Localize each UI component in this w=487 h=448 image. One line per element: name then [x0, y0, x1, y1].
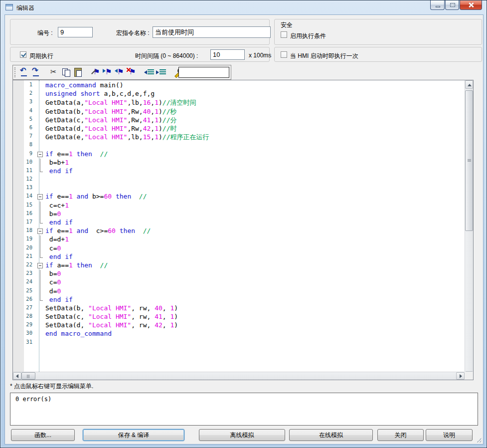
enable-condition-checkbox[interactable] [281, 31, 287, 38]
help-button[interactable]: 说明 [426, 429, 473, 441]
run-on-startup-label: 当 HMI 启动时即执行一次 [290, 52, 358, 60]
collapse-icon[interactable] [37, 263, 43, 268]
code-line[interactable]: 12 [13, 176, 465, 184]
line-number: 6 [13, 124, 36, 133]
horizontal-scroll-thumb[interactable] [21, 372, 35, 380]
toolbar-icons [18, 66, 186, 78]
code-line[interactable]: 19 d=d+1 [13, 235, 465, 244]
code-line[interactable]: 3GetData(a,"Local HMI",lb,16,1)//清空时间 [13, 98, 465, 107]
code-line[interactable]: 13 [13, 184, 465, 193]
code-line[interactable]: 6GetData(d,"Local HMI",Rw,42,1)//时 [13, 124, 465, 133]
line-number: 20 [13, 244, 36, 253]
scroll-left-button[interactable] [13, 372, 21, 380]
macro-id-input[interactable] [58, 27, 93, 37]
maximize-button[interactable] [445, 0, 459, 10]
line-number: 11 [13, 167, 36, 176]
code-line[interactable]: 18if e==1 and c>=60 then // [13, 227, 465, 235]
close-button[interactable]: 关闭 [377, 429, 424, 441]
code-line[interactable]: 16 b=0 [13, 210, 465, 219]
interval-input[interactable] [210, 49, 245, 60]
fold-guide [36, 321, 44, 330]
code-text: GetData(b,"Local HMI",Rw,40,1)//秒 [45, 107, 176, 116]
offline-sim-button[interactable]: 离线模拟 [199, 429, 285, 441]
fold-toggle[interactable] [36, 193, 44, 201]
line-number: 21 [13, 253, 36, 261]
vertical-scroll-thumb[interactable] [465, 90, 473, 231]
code-line[interactable]: 7GetData(e,"Local HMI",lb,15,1)//程序正在运行 [13, 133, 465, 141]
code-line[interactable]: 24 c=0 [13, 278, 465, 287]
code-text: d=0 [45, 287, 61, 296]
code-line[interactable]: 25 d=0 [13, 287, 465, 296]
fold-guide [36, 235, 44, 244]
code-line[interactable]: 17 end if [13, 219, 465, 227]
editor-toolbar [12, 65, 231, 80]
code-line[interactable]: 23 b=0 [13, 270, 465, 278]
code-line[interactable]: 21 end if [13, 253, 465, 261]
code-text: unsigned short a,b,c,d,e,f,g [45, 90, 155, 98]
code-line[interactable]: 1macro_command main() [13, 81, 465, 90]
horizontal-scrollbar[interactable] [13, 372, 465, 380]
periodic-checkbox[interactable] [20, 51, 26, 58]
code-line[interactable]: 5GetData(c,"Local HMI",Rw,41,1)//分 [13, 116, 465, 124]
fold-toggle[interactable] [36, 150, 44, 159]
fold-toggle[interactable] [36, 261, 44, 270]
code-line[interactable]: 22if a==1 then // [13, 261, 465, 270]
indent-icon[interactable] [156, 66, 168, 78]
line-number: 7 [13, 133, 36, 141]
paste-icon[interactable] [72, 66, 84, 78]
online-sim-button[interactable]: 在线模拟 [289, 429, 373, 441]
code-line[interactable]: 31 [13, 339, 465, 347]
code-text: if e==1 and c>=60 then // [45, 227, 151, 235]
code-area[interactable]: 1macro_command main()2unsigned short a,b… [13, 80, 465, 372]
line-number: 17 [13, 219, 36, 227]
clear-bookmarks-icon[interactable] [126, 66, 138, 78]
undo-icon[interactable] [18, 66, 30, 78]
code-line[interactable]: 11 end if [13, 167, 465, 176]
next-bookmark-icon[interactable] [102, 66, 114, 78]
code-line[interactable]: 27SetData(b, "Local HMI", rw, 40, 1) [13, 304, 465, 313]
code-line[interactable]: 20 c=0 [13, 244, 465, 253]
code-line[interactable]: 15 c=c+1 [13, 202, 465, 210]
code-line[interactable]: 8 [13, 141, 465, 150]
code-line[interactable]: 9if e==1 then // [13, 150, 465, 159]
toggle-bookmark-icon[interactable] [90, 66, 102, 78]
scroll-right-button[interactable] [456, 372, 465, 380]
collapse-icon[interactable] [37, 228, 43, 234]
code-text: end if [45, 253, 73, 261]
title-bar[interactable]: 编辑器 [0, 0, 487, 14]
save-compile-button[interactable]: 保存 & 编译 [83, 429, 184, 441]
vertical-scrollbar[interactable] [465, 80, 473, 380]
toolbar-grip[interactable] [14, 67, 16, 77]
prev-bookmark-icon[interactable] [114, 66, 126, 78]
line-number: 30 [13, 330, 36, 338]
macro-name-label: 宏指令名称 : [116, 29, 150, 37]
code-line[interactable]: 28SetData(c, "Local HMI", rw, 41, 1) [13, 313, 465, 321]
cut-icon[interactable] [48, 66, 60, 78]
scroll-up-button[interactable] [465, 80, 473, 89]
copy-icon[interactable] [60, 66, 72, 78]
outdent-icon[interactable] [144, 66, 156, 78]
code-line[interactable]: 30end macro_command [13, 330, 465, 338]
line-number: 10 [13, 159, 36, 167]
collapse-icon[interactable] [37, 152, 43, 157]
code-line[interactable]: 26 end if [13, 296, 465, 304]
code-line[interactable]: 10 b=b+1 [13, 159, 465, 167]
search-input[interactable] [178, 67, 229, 78]
run-on-startup-checkbox[interactable] [281, 51, 287, 58]
redo-icon[interactable] [30, 66, 42, 78]
code-line[interactable]: 29SetData(d, "Local HMI", rw, 42, 1) [13, 321, 465, 330]
fold-toggle[interactable] [36, 227, 44, 235]
fold-guide [36, 159, 44, 167]
macro-name-input[interactable] [153, 26, 271, 38]
close-window-button[interactable] [460, 0, 482, 10]
minimize-button[interactable] [430, 0, 445, 10]
code-lines: 1macro_command main()2unsigned short a,b… [13, 81, 465, 347]
fold-guide [36, 270, 44, 278]
code-line[interactable]: 4GetData(b,"Local HMI",Rw,40,1)//秒 [13, 107, 465, 116]
functions-button[interactable]: 函数... [11, 429, 75, 441]
collapse-icon[interactable] [37, 194, 43, 200]
line-number: 13 [13, 184, 36, 193]
code-line[interactable]: 2unsigned short a,b,c,d,e,f,g [13, 90, 465, 98]
resize-grip[interactable] [477, 438, 482, 443]
code-line[interactable]: 14if e==1 and b>=60 then // [13, 193, 465, 201]
